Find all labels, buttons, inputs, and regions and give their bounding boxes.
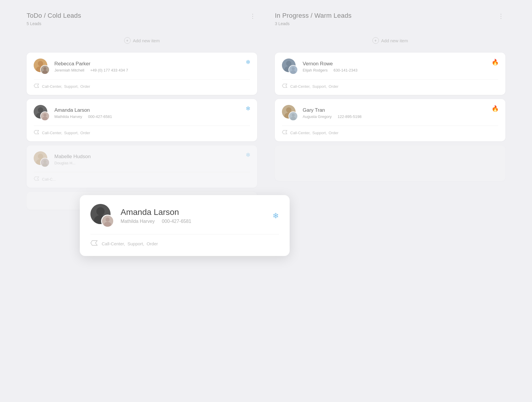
card-sub-phone-vernon: 630-141-2343: [334, 68, 358, 72]
tag-0-vernon: Call-Center,: [290, 84, 311, 89]
column-todo: ToDo / Cold Leads ⋮ 5 Leads + Add new it…: [18, 12, 266, 214]
card-sub-vernon: Elijah Rodgers 630-141-2343: [303, 68, 498, 72]
card-sub-gary: Augusta Gregory 122-895-5198: [303, 114, 498, 119]
tooltip-tag-1: Support,: [127, 241, 144, 246]
card-tags-mabelle: Call-C...: [34, 172, 250, 182]
tag-0-gary: Call-Center,: [290, 131, 311, 135]
status-icon-gary: 🔥: [492, 105, 499, 112]
card-name-amanda: Amanda Larson: [54, 107, 250, 113]
card-gary[interactable]: Gary Tran Augusta Gregory 122-895-5198 🔥…: [275, 99, 505, 141]
card-sub-phone-rebecca: +49 (0) 177 433 434 7: [90, 68, 128, 72]
tag-1-vernon: Support,: [312, 84, 327, 89]
svg-point-16: [43, 160, 47, 163]
tag-1-gary: Support,: [312, 131, 327, 135]
board: ToDo / Cold Leads ⋮ 5 Leads + Add new it…: [0, 0, 532, 226]
status-icon-vernon: 🔥: [492, 59, 499, 66]
avatar-stack-gary: [282, 105, 298, 121]
svg-point-28: [292, 114, 295, 117]
card-info-gary: Gary Tran Augusta Gregory 122-895-5198: [303, 107, 498, 119]
add-new-inprogress-label: Add new item: [381, 38, 408, 43]
tooltip-top: Amanda Larson Mathilda Harvey 000-427-65…: [90, 204, 279, 228]
card-rebecca-top: Rebecca Parker Jeremiah Mitchell +49 (0)…: [34, 59, 250, 74]
tooltip-info: Amanda Larson Mathilda Harvey 000-427-65…: [121, 208, 266, 224]
tooltip-status-icon: ❄: [273, 211, 279, 221]
card-sub-mabelle: Douglas H...: [54, 161, 250, 165]
card-tooltip-amanda[interactable]: Amanda Larson Mathilda Harvey 000-427-65…: [80, 195, 290, 256]
tag-2-vernon: Order: [329, 84, 338, 89]
tooltip-sub: Mathilda Harvey 000-427-6581: [121, 219, 266, 224]
tag-icon-vernon: [282, 84, 287, 89]
column-title-todo: ToDo / Cold Leads: [27, 12, 81, 20]
tag-1-amanda: Support,: [64, 131, 79, 135]
card-sub-phone-gary: 122-895-5198: [338, 114, 361, 119]
avatar-stack-vernon: [282, 59, 298, 74]
column-title-inprogress: In Progress / Warm Leads: [275, 12, 352, 20]
card-amanda-top: Amanda Larson Mathilda Harvey 000-427-65…: [34, 105, 250, 121]
status-icon-rebecca: ❄: [246, 59, 251, 66]
card-mabelle[interactable]: Mabelle Hudson Douglas H... ❄ Call-C...: [27, 145, 257, 188]
card-sub-phone-amanda: 000-427-6581: [88, 114, 112, 119]
avatar-secondary-amanda: [40, 111, 50, 121]
tooltip-tags: Call-Center, Support, Order: [90, 234, 279, 247]
tooltip-name: Amanda Larson: [121, 208, 266, 217]
svg-point-34: [106, 218, 110, 222]
tooltip-avatar-stack: [90, 204, 114, 228]
card-rebecca[interactable]: Rebecca Parker Jeremiah Mitchell +49 (0)…: [27, 53, 257, 95]
add-new-todo-button[interactable]: + Add new item: [27, 33, 257, 48]
card-vernon-top: Vernon Rowe Elijah Rodgers 630-141-2343: [282, 59, 498, 74]
svg-point-4: [43, 67, 47, 70]
tag-0-rebecca: Call-Center,: [42, 84, 62, 89]
card-sub-name-mabelle: Douglas H...: [54, 161, 76, 165]
add-new-todo-label: Add new item: [133, 38, 160, 43]
column-subtitle-inprogress: 3 Leads: [275, 21, 505, 26]
tooltip-sub-phone: 000-427-6581: [162, 219, 192, 224]
card-name-rebecca: Rebecca Parker: [54, 61, 250, 67]
column-inprogress: In Progress / Warm Leads ⋮ 3 Leads + Add…: [266, 12, 514, 214]
column-header-todo: ToDo / Cold Leads ⋮ 5 Leads: [27, 12, 257, 26]
column-more-inprogress[interactable]: ⋮: [497, 12, 505, 20]
avatar-stack-rebecca: [34, 59, 50, 74]
column-more-todo[interactable]: ⋮: [249, 12, 257, 20]
card-sub-rebecca: Jeremiah Mitchell +49 (0) 177 433 434 7: [54, 68, 250, 72]
add-icon-inprogress: +: [372, 37, 379, 44]
svg-point-22: [292, 67, 295, 70]
card-info-rebecca: Rebecca Parker Jeremiah Mitchell +49 (0)…: [54, 61, 250, 72]
avatar-secondary-rebecca: [40, 65, 50, 74]
tag-2-rebecca: Order: [80, 84, 90, 89]
card-amanda[interactable]: Amanda Larson Mathilda Harvey 000-427-65…: [27, 99, 257, 141]
add-new-inprogress-button[interactable]: + Add new item: [275, 33, 505, 48]
svg-point-10: [43, 114, 47, 117]
tag-icon-mabelle: [34, 176, 39, 182]
tag-icon-gary: [282, 130, 287, 135]
card-sub-name-rebecca: Jeremiah Mitchell: [54, 68, 84, 72]
avatar-stack-amanda: [34, 105, 50, 121]
card-name-gary: Gary Tran: [303, 107, 498, 113]
tooltip-tag-icon: [90, 240, 98, 247]
card-tags-amanda: Call-Center, Support, Order: [34, 126, 250, 135]
avatar-stack-mabelle: [34, 151, 50, 167]
tag-0-mabelle: Call-C...: [42, 177, 56, 181]
add-icon-todo: +: [124, 37, 131, 44]
card-tags-gary: Call-Center, Support, Order: [282, 126, 498, 135]
card-sub-name-gary: Augusta Gregory: [303, 114, 332, 119]
card-tags-vernon: Call-Center, Support, Order: [282, 79, 498, 89]
card-sub-amanda: Mathilda Harvey 000-427-6581: [54, 114, 250, 119]
avatar-secondary-vernon: [288, 65, 298, 74]
card-gary-top: Gary Tran Augusta Gregory 122-895-5198: [282, 105, 498, 121]
tooltip-avatar-secondary: [101, 215, 114, 228]
avatar-secondary-mabelle: [40, 158, 50, 167]
tag-2-amanda: Order: [80, 131, 90, 135]
column-subtitle-todo: 5 Leads: [27, 21, 257, 26]
tooltip-tag-0: Call-Center,: [102, 241, 125, 246]
card-info-amanda: Amanda Larson Mathilda Harvey 000-427-65…: [54, 107, 250, 119]
svg-point-31: [96, 207, 105, 215]
card-sub-name-amanda: Mathilda Harvey: [54, 114, 82, 119]
card-empty-inprogress: [275, 145, 505, 181]
card-info-mabelle: Mabelle Hudson Douglas H...: [54, 154, 250, 165]
status-icon-mabelle: ❄: [246, 151, 251, 158]
card-sub-name-vernon: Elijah Rodgers: [303, 68, 328, 72]
tooltip-sub-name: Mathilda Harvey: [121, 219, 155, 224]
card-vernon[interactable]: Vernon Rowe Elijah Rodgers 630-141-2343 …: [275, 53, 505, 95]
column-header-inprogress: In Progress / Warm Leads ⋮ 3 Leads: [275, 12, 505, 26]
tag-icon-rebecca: [34, 84, 39, 89]
